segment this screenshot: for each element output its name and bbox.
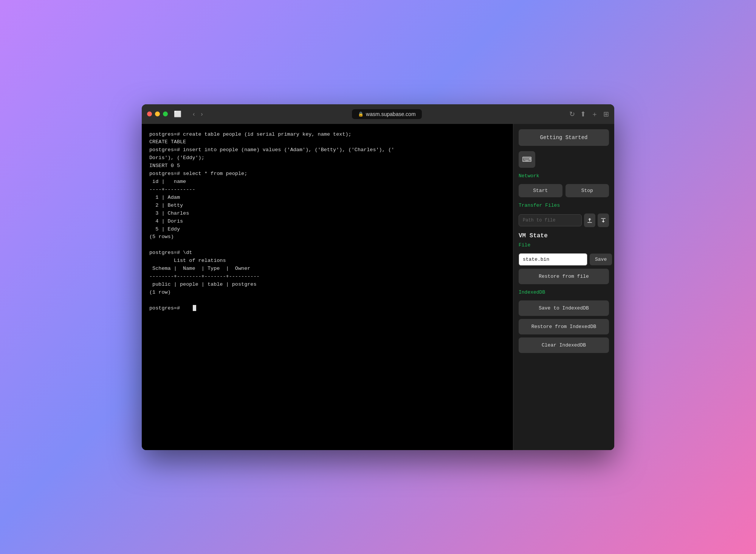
tabs-button[interactable]: ⊞ (603, 110, 609, 118)
terminal-line: 4 | Doris (149, 218, 505, 226)
share-button[interactable]: ⬆ (580, 110, 586, 118)
right-panel: Getting Started ⌨ Network Start Stop Tra… (513, 124, 614, 450)
svg-rect-1 (601, 218, 606, 219)
terminal-line: postgres=# insert into people (name) val… (149, 146, 505, 154)
network-controls: Start Stop (519, 184, 609, 197)
terminal-pane[interactable]: postgres=# create table people (id seria… (142, 124, 513, 450)
path-input[interactable] (519, 214, 582, 226)
network-stop-button[interactable]: Stop (565, 184, 609, 197)
terminal-line: postgres=# select * from people; (149, 170, 505, 178)
upload-icon (587, 217, 593, 223)
maximize-button[interactable] (163, 111, 168, 116)
terminal-line: ----+---------- (149, 186, 505, 194)
network-section: Network Start Stop (519, 173, 609, 197)
terminal-line: postgres=# \dt (149, 249, 505, 257)
address-bar-container: 🔒 wasm.supabase.com (209, 109, 565, 119)
svg-rect-0 (587, 222, 592, 223)
terminal-line: INSERT 0 5 (149, 162, 505, 170)
file-label: File (519, 242, 609, 248)
download-icon (600, 217, 606, 223)
cursor (193, 305, 196, 311)
terminal-line: 2 | Betty (149, 202, 505, 210)
save-button[interactable]: Save (590, 254, 612, 265)
clear-indexeddb-button[interactable]: Clear IndexedDB (519, 337, 609, 353)
sidebar-toggle-button[interactable]: ⬜ (172, 109, 183, 119)
terminal-line: Schema | Name | Type | Owner (149, 265, 505, 273)
network-label: Network (519, 173, 609, 179)
terminal-line: postgres=# create table people (id seria… (149, 131, 505, 139)
back-button[interactable]: ‹ (191, 109, 196, 119)
lock-icon: 🔒 (358, 111, 364, 117)
main-content: postgres=# create table people (id seria… (142, 124, 614, 450)
terminal-line: 1 | Adam (149, 194, 505, 202)
terminal-line: CREATE TABLE (149, 138, 505, 146)
terminal-line: 5 | Eddy (149, 226, 505, 234)
getting-started-button[interactable]: Getting Started (519, 129, 609, 146)
toolbar-right: ↻ ⬆ ＋ ⊞ (569, 110, 609, 119)
terminal-line: Doris'), ('Eddy'); (149, 154, 505, 162)
file-row: Save (519, 253, 609, 266)
indexeddb-section: IndexedDB Save to IndexedDB Restore from… (519, 289, 609, 353)
download-button[interactable] (598, 214, 609, 227)
reload-button[interactable]: ↻ (569, 110, 575, 118)
close-button[interactable] (147, 111, 152, 116)
save-to-indexeddb-button[interactable]: Save to IndexedDB (519, 300, 609, 316)
transfer-files-section: Transfer Files (519, 203, 609, 227)
terminal-line: --------+--------+-------+---------- (149, 273, 505, 281)
forward-button[interactable]: › (199, 109, 204, 119)
nav-controls: ‹ › (191, 109, 204, 119)
terminal-line (149, 241, 505, 249)
terminal-line: 3 | Charles (149, 210, 505, 218)
upload-button[interactable] (584, 214, 595, 227)
minimize-button[interactable] (155, 111, 160, 116)
vm-state-label: VM State (519, 232, 609, 239)
terminal-prompt-line: postgres=# (149, 305, 505, 313)
restore-from-indexeddb-button[interactable]: Restore from IndexedDB (519, 319, 609, 334)
terminal-line: public | people | table | postgres (149, 281, 505, 289)
network-start-button[interactable]: Start (519, 184, 562, 197)
terminal-line: (5 rows) (149, 233, 505, 241)
terminal-line (149, 297, 505, 305)
vm-state-section: VM State File Save Restore from file (519, 232, 609, 284)
new-tab-button[interactable]: ＋ (591, 110, 598, 119)
indexeddb-label: IndexedDB (519, 289, 609, 295)
terminal-line: id | name (149, 178, 505, 186)
address-bar[interactable]: 🔒 wasm.supabase.com (352, 109, 422, 119)
keyboard-button[interactable]: ⌨ (519, 151, 535, 168)
traffic-lights (147, 111, 168, 116)
transfer-row (519, 214, 609, 227)
restore-from-file-button[interactable]: Restore from file (519, 269, 609, 284)
terminal-line: (1 row) (149, 289, 505, 297)
terminal-line: List of relations (149, 257, 505, 265)
browser-window: ⬜ ‹ › 🔒 wasm.supabase.com ↻ ⬆ ＋ ⊞ postgr… (142, 104, 614, 450)
file-input[interactable] (519, 253, 587, 266)
title-bar: ⬜ ‹ › 🔒 wasm.supabase.com ↻ ⬆ ＋ ⊞ (142, 104, 614, 124)
url-text: wasm.supabase.com (366, 111, 416, 117)
transfer-files-label: Transfer Files (519, 203, 609, 208)
